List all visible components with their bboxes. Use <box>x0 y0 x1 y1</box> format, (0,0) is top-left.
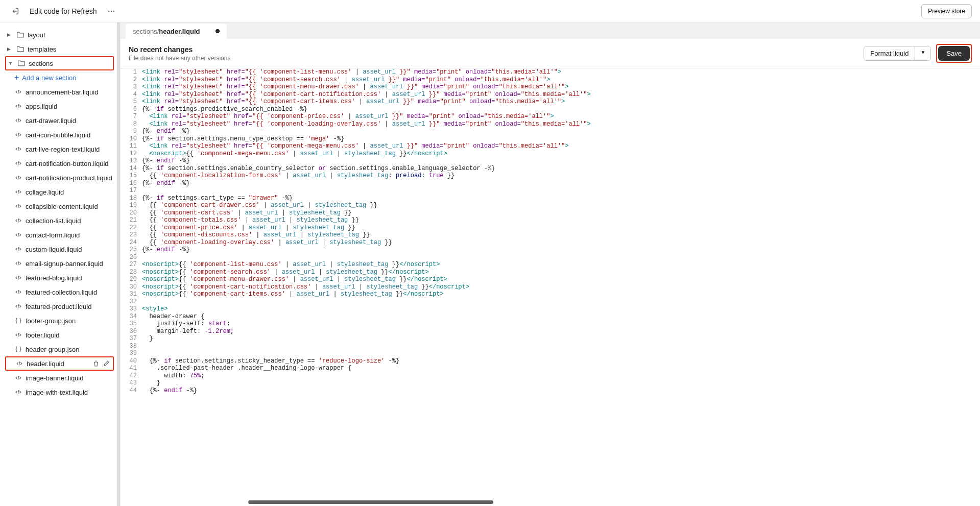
code-icon <box>14 245 22 253</box>
folder-sections[interactable]: ▼ sections <box>5 56 114 70</box>
code-icon <box>14 274 22 282</box>
file-item[interactable]: collage.liquid <box>5 185 114 199</box>
file-item[interactable]: cart-drawer.liquid <box>5 113 114 128</box>
code-icon <box>14 188 22 196</box>
file-item[interactable]: header-group.json <box>5 342 114 356</box>
code-icon <box>14 145 22 153</box>
code-icon <box>14 231 22 239</box>
file-item[interactable]: featured-collection.liquid <box>5 285 114 299</box>
recent-changes-title: No recent changes <box>129 45 230 54</box>
plus-icon: + <box>14 73 19 82</box>
code-editor[interactable]: 1<link rel="stylesheet" href="{{ 'compon… <box>121 68 980 506</box>
code-icon <box>14 202 22 210</box>
code-icon <box>14 116 22 125</box>
folder-icon <box>17 59 26 67</box>
folder-label: sections <box>29 60 53 67</box>
file-label: footer.liquid <box>26 331 60 339</box>
file-label: collapsible-content.liquid <box>26 203 98 210</box>
file-label: featured-blog.liquid <box>26 274 82 282</box>
tab-bar: sections/header.liquid <box>121 22 980 39</box>
file-label: email-signup-banner.liquid <box>26 260 103 268</box>
code-icon <box>14 331 22 339</box>
file-label: cart-drawer.liquid <box>26 117 76 125</box>
unsaved-dot-icon <box>216 29 220 33</box>
file-label: footer-group.json <box>26 317 76 325</box>
chevron-right-icon: ▶ <box>7 32 13 37</box>
file-item[interactable]: cart-icon-bubble.liquid <box>5 128 114 142</box>
file-label: collection-list.liquid <box>26 217 81 225</box>
chevron-down-icon: ▼ <box>8 61 14 66</box>
code-icon <box>14 388 22 396</box>
file-item[interactable]: collection-list.liquid <box>5 213 114 228</box>
file-item[interactable]: cart-notification-button.liquid <box>5 156 114 171</box>
save-button-highlight: Save <box>936 44 972 63</box>
file-label: image-banner.liquid <box>26 374 83 382</box>
file-label: header-group.json <box>26 346 80 353</box>
folder-templates[interactable]: ▶ templates <box>5 42 114 56</box>
file-tree-sidebar[interactable]: ▶ layout ▶ templates ▼ sections + Add a … <box>0 22 121 506</box>
file-item[interactable]: image-banner.liquid <box>5 371 114 385</box>
format-liquid-button[interactable]: Format liquid ▼ <box>864 46 931 61</box>
rename-file-button[interactable] <box>103 360 110 367</box>
preview-store-button[interactable]: Preview store <box>921 4 972 18</box>
chevron-down-icon[interactable]: ▼ <box>915 46 930 60</box>
file-item[interactable]: cart-notification-product.liquid <box>5 171 114 185</box>
file-label: image-with-text.liquid <box>26 389 88 396</box>
code-icon <box>14 288 22 296</box>
code-icon <box>14 88 22 96</box>
file-item[interactable]: email-signup-banner.liquid <box>5 256 114 271</box>
editor-panel: sections/header.liquid No recent changes… <box>121 22 980 506</box>
tab-header-liquid[interactable]: sections/header.liquid <box>126 23 227 39</box>
file-label: cart-live-region-text.liquid <box>26 146 100 153</box>
file-item[interactable]: image-with-text.liquid <box>5 385 114 399</box>
code-icon <box>14 159 22 167</box>
recent-changes-sub: File does not have any other versions <box>129 55 230 62</box>
topbar: Edit code for Refresh Preview store <box>0 0 980 22</box>
svg-point-0 <box>108 10 109 11</box>
file-item[interactable]: custom-liquid.liquid <box>5 242 114 256</box>
file-label: cart-icon-bubble.liquid <box>26 131 90 139</box>
code-icon <box>14 259 22 268</box>
more-button[interactable] <box>105 5 117 17</box>
file-label: featured-product.liquid <box>26 303 91 310</box>
file-item[interactable]: footer-group.json <box>5 314 114 328</box>
file-label: header.liquid <box>27 360 64 368</box>
folder-label: templates <box>28 45 56 53</box>
folder-label: layout <box>28 31 45 39</box>
add-section-label: Add a new section <box>22 74 76 82</box>
file-label: cart-notification-product.liquid <box>26 174 112 182</box>
file-item[interactable]: featured-product.liquid <box>5 299 114 314</box>
editor-header: No recent changes File does not have any… <box>121 39 980 68</box>
ellipsis-icon <box>107 7 115 15</box>
code-icon <box>14 374 22 382</box>
chevron-right-icon: ▶ <box>7 46 13 52</box>
horizontal-scrollbar[interactable] <box>248 500 493 504</box>
file-item[interactable]: collapsible-content.liquid <box>5 199 114 213</box>
file-item[interactable]: cart-live-region-text.liquid <box>5 142 114 156</box>
file-item[interactable]: footer.liquid <box>5 328 114 342</box>
file-item[interactable]: apps.liquid <box>5 99 114 113</box>
file-item[interactable]: featured-blog.liquid <box>5 271 114 285</box>
file-label: apps.liquid <box>26 103 57 110</box>
json-icon <box>14 317 22 325</box>
add-section-button[interactable]: + Add a new section <box>5 70 114 85</box>
file-item[interactable]: header.liquid <box>5 356 114 371</box>
svg-point-2 <box>113 10 114 11</box>
folder-icon <box>16 31 25 39</box>
file-label: collage.liquid <box>26 188 64 196</box>
code-icon <box>14 302 22 310</box>
code-icon <box>15 359 23 368</box>
code-icon <box>14 174 22 182</box>
file-item[interactable]: announcement-bar.liquid <box>5 85 114 99</box>
code-icon <box>14 216 22 225</box>
delete-file-button[interactable] <box>92 360 100 367</box>
save-button[interactable]: Save <box>938 46 970 61</box>
file-label: announcement-bar.liquid <box>26 88 98 96</box>
exit-button[interactable] <box>8 5 21 18</box>
code-icon <box>14 131 22 139</box>
file-item[interactable]: contact-form.liquid <box>5 228 114 242</box>
json-icon <box>14 345 22 353</box>
exit-icon <box>10 7 19 16</box>
file-list: announcement-bar.liquidapps.liquidcart-d… <box>5 85 114 399</box>
folder-layout[interactable]: ▶ layout <box>5 28 114 42</box>
